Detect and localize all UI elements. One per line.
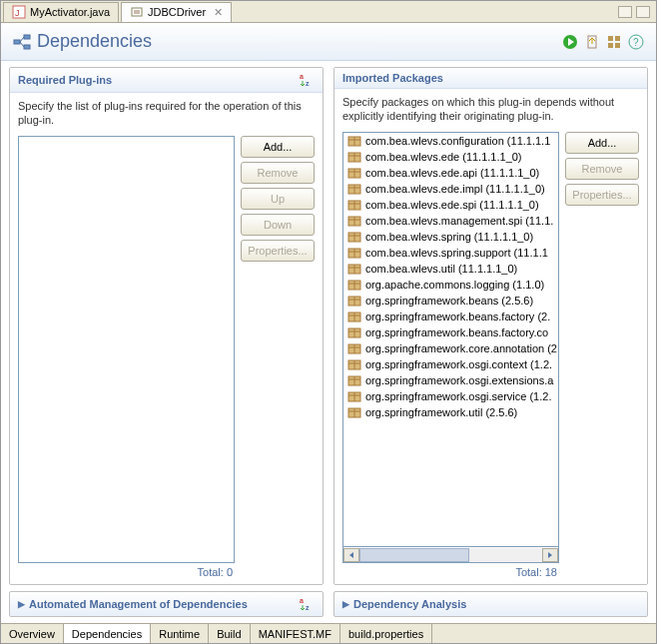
java-file-icon: J <box>12 5 26 19</box>
package-label: org.springframework.osgi.extensions.a <box>365 374 553 386</box>
list-item[interactable]: org.springframework.beans.factory.co <box>343 324 558 340</box>
minimize-button[interactable] <box>618 6 632 18</box>
list-item[interactable]: org.springframework.osgi.extensions.a <box>343 372 558 388</box>
bottom-tab-overview[interactable]: Overview <box>1 624 64 643</box>
svg-marker-74 <box>349 552 353 558</box>
svg-text:z: z <box>306 604 310 611</box>
up-button[interactable]: Up <box>241 188 315 210</box>
bottom-tab-build[interactable]: Build <box>209 624 250 643</box>
required-buttons: Add... Remove Up Down Properties... <box>241 136 315 578</box>
list-item[interactable]: com.bea.wlevs.util (11.1.1.1_0) <box>343 261 558 277</box>
list-item[interactable]: org.springframework.osgi.service (1.2. <box>343 388 558 404</box>
bottom-tab-buildproperties[interactable]: build.properties <box>340 624 432 643</box>
scroll-thumb[interactable] <box>359 548 469 562</box>
help-icon[interactable]: ? <box>628 34 644 50</box>
horizontal-scrollbar[interactable] <box>342 547 559 563</box>
list-item[interactable]: org.springframework.beans (2.5.6) <box>343 293 558 309</box>
scroll-right-button[interactable] <box>542 548 558 562</box>
required-plugins-panel: Required Plug-ins az Specify the list of… <box>9 67 324 585</box>
run-icon[interactable] <box>562 34 578 50</box>
sort-az-icon[interactable]: az <box>299 72 315 88</box>
required-plugins-header: Required Plug-ins az <box>10 68 323 93</box>
svg-rect-5 <box>24 35 30 39</box>
scroll-left-button[interactable] <box>343 548 359 562</box>
list-item[interactable]: com.bea.wlevs.ede (11.1.1.1_0) <box>343 149 558 165</box>
svg-rect-6 <box>24 45 30 49</box>
svg-text:a: a <box>300 597 304 604</box>
page-header: Dependencies ? <box>1 23 656 61</box>
svg-rect-12 <box>608 36 613 41</box>
maximize-button[interactable] <box>636 6 650 18</box>
list-item[interactable]: org.apache.commons.logging (1.1.0) <box>343 277 558 293</box>
list-item[interactable]: com.bea.wlevs.ede.spi (11.1.1.1_0) <box>343 197 558 213</box>
list-item[interactable]: org.springframework.beans.factory (2. <box>343 309 558 324</box>
add-button[interactable]: Add... <box>241 136 315 158</box>
bottom-tab-manifestmf[interactable]: MANIFEST.MF <box>251 624 340 643</box>
list-item[interactable]: org.springframework.osgi.context (1.2. <box>343 356 558 372</box>
package-label: com.bea.wlevs.ede.spi (11.1.1.1_0) <box>365 199 539 211</box>
list-item[interactable]: com.bea.wlevs.spring (11.1.1.1_0) <box>343 229 558 245</box>
required-plugins-desc: Specify the list of plug-ins required fo… <box>18 99 315 128</box>
bottom-tab-dependencies[interactable]: Dependencies <box>64 624 151 643</box>
package-label: com.bea.wlevs.ede.impl (11.1.1.1_0) <box>365 183 545 195</box>
automated-dependencies-section[interactable]: ▶ Automated Management of Dependencies a… <box>9 591 324 617</box>
imported-list-wrap: com.bea.wlevs.configuration (11.1.1.1com… <box>342 132 559 578</box>
required-plugins-list[interactable] <box>18 136 235 563</box>
svg-line-7 <box>20 37 24 42</box>
properties-button[interactable]: Properties... <box>565 184 639 206</box>
package-label: com.bea.wlevs.util (11.1.1.1_0) <box>365 263 517 275</box>
sort-az-icon[interactable]: az <box>299 596 315 612</box>
svg-line-8 <box>20 42 24 47</box>
file-tab-label: JDBCDriver <box>148 6 206 18</box>
list-item[interactable]: com.bea.wlevs.management.spi (11.1. <box>343 213 558 229</box>
package-label: com.bea.wlevs.management.spi (11.1. <box>365 215 553 227</box>
imported-packages-list[interactable]: com.bea.wlevs.configuration (11.1.1.1com… <box>342 132 559 547</box>
organize-icon[interactable] <box>606 34 622 50</box>
svg-rect-15 <box>615 43 620 48</box>
remove-button[interactable]: Remove <box>565 158 639 180</box>
package-label: org.springframework.beans.factory.co <box>365 326 548 338</box>
package-label: org.springframework.core.annotation (2 <box>365 342 557 354</box>
bottom-tab-runtime[interactable]: Runtime <box>151 624 209 643</box>
file-tab-jdbcdriver[interactable]: JDBCDriver ✕ <box>121 2 232 22</box>
svg-rect-4 <box>14 40 20 44</box>
list-item[interactable]: com.bea.wlevs.ede.impl (11.1.1.1_0) <box>343 181 558 197</box>
down-button[interactable]: Down <box>241 214 315 236</box>
list-item[interactable]: org.springframework.core.annotation (2 <box>343 340 558 356</box>
imported-packages-header: Imported Packages <box>334 68 647 89</box>
imported-packages-desc: Specify packages on which this plug-in d… <box>342 95 639 124</box>
chevron-right-icon: ▶ <box>18 599 25 609</box>
remove-button[interactable]: Remove <box>241 162 315 184</box>
package-label: org.springframework.beans (2.5.6) <box>365 295 533 307</box>
page-title: Dependencies <box>13 31 152 52</box>
scroll-track[interactable] <box>359 548 542 562</box>
add-button[interactable]: Add... <box>565 132 639 154</box>
export-icon[interactable] <box>584 34 600 50</box>
package-label: com.bea.wlevs.ede (11.1.1.1_0) <box>365 151 522 163</box>
list-item[interactable]: com.bea.wlevs.ede.api (11.1.1.1_0) <box>343 165 558 181</box>
properties-button[interactable]: Properties... <box>241 240 315 262</box>
list-item[interactable]: com.bea.wlevs.configuration (11.1.1.1 <box>343 133 558 149</box>
required-plugins-body: Specify the list of plug-ins required fo… <box>10 93 323 584</box>
required-plugins-content: Total: 0 Add... Remove Up Down Propertie… <box>18 136 315 578</box>
package-label: org.springframework.util (2.5.6) <box>365 406 517 418</box>
svg-rect-14 <box>608 43 613 48</box>
package-label: org.springframework.osgi.service (1.2. <box>365 390 551 402</box>
file-tab-myactivator[interactable]: J MyActivator.java <box>3 2 119 22</box>
editor-bottom-tabs: OverviewDependenciesRuntimeBuildMANIFEST… <box>1 623 656 643</box>
editor-tabs: J MyActivator.java JDBCDriver ✕ <box>1 1 656 23</box>
dependency-analysis-section[interactable]: ▶ Dependency Analysis <box>333 591 648 617</box>
package-label: org.springframework.osgi.context (1.2. <box>365 358 552 370</box>
list-item[interactable]: com.bea.wlevs.spring.support (11.1.1 <box>343 245 558 261</box>
package-label: com.bea.wlevs.ede.api (11.1.1.1_0) <box>365 167 539 179</box>
chevron-right-icon: ▶ <box>342 599 349 609</box>
imported-packages-content: com.bea.wlevs.configuration (11.1.1.1com… <box>342 132 639 578</box>
plugin-file-icon <box>130 5 144 19</box>
imported-packages-body: Specify packages on which this plug-in d… <box>334 89 647 584</box>
package-label: com.bea.wlevs.configuration (11.1.1.1 <box>365 135 550 147</box>
package-label: org.springframework.beans.factory (2. <box>365 311 550 322</box>
svg-rect-13 <box>615 36 620 41</box>
list-item[interactable]: org.springframework.util (2.5.6) <box>343 404 558 420</box>
close-icon[interactable]: ✕ <box>214 6 223 19</box>
imported-total: Total: 18 <box>342 563 559 578</box>
